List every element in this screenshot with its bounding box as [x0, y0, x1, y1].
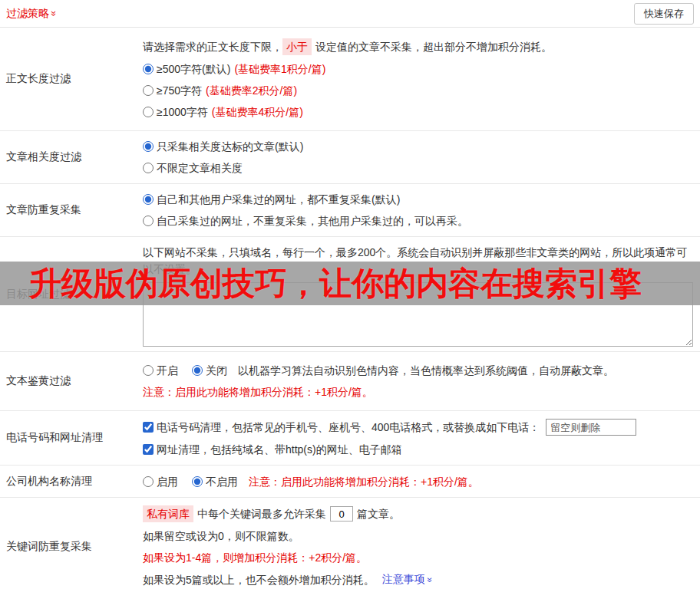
- content-length-option-750: ≥750字符 (基础费率2积分/篇): [143, 80, 694, 101]
- double-chevron-down-icon: »: [48, 10, 60, 15]
- keyword-dedup-line2: 如果留空或设为0，则不限篇数。: [143, 525, 694, 547]
- company-cleanup-radio-on[interactable]: [143, 476, 154, 487]
- option-label: 不启用: [206, 474, 238, 489]
- target-url-desc: 以下网站不采集，只填域名，每行一个，最多200个。系统会自动识别并屏蔽那些非文章…: [143, 242, 694, 279]
- article-dedup-label: 文章防重复采集: [0, 184, 137, 236]
- phone-cleanup-checkbox[interactable]: [143, 422, 154, 433]
- company-cleanup-cost-note: 注意：启用此功能将增加积分消耗：+1积分/篇。: [249, 474, 479, 489]
- phone-cleanup-option: 电话号码清理，包括常见的手机号、座机号、400电话格式，或替换成如下电话：: [143, 416, 694, 439]
- dedup-radio-all-users[interactable]: [143, 194, 154, 205]
- keyword-dedup-line4: 如果设为5篇或以上，也不会额外增加积分消耗。 注意事项»: [143, 568, 694, 589]
- option-label: ≥750字符: [157, 83, 202, 98]
- desc-highlight-less-than: 小于: [282, 38, 312, 55]
- porn-filter-radio-off[interactable]: [192, 365, 203, 376]
- desc-text-pre: 请选择需求的正文长度下限，: [143, 39, 282, 54]
- option-fee: (基础费率2积分/篇): [206, 83, 297, 98]
- article-dedup-content: 自己和其他用户采集过的网址，都不重复采集(默认) 自己采集过的网址，不重复采集，…: [137, 184, 700, 236]
- target-url-filter-content: 以下网站不采集，只填域名，每行一个，最多200个。系统会自动识别并屏蔽那些非文章…: [137, 237, 700, 351]
- max-articles-count-input[interactable]: [330, 506, 353, 522]
- page-title[interactable]: 过滤策略»: [6, 7, 57, 21]
- double-chevron-down-icon: »: [422, 577, 438, 583]
- option-label: 不限定文章相关度: [157, 160, 243, 176]
- phone-url-cleanup-content: 电话号码清理，包括常见的手机号、座机号、400电话格式，或替换成如下电话： 网址…: [137, 411, 700, 465]
- company-cleanup-label: 公司机构名称清理: [0, 466, 137, 497]
- company-cleanup-radio-off[interactable]: [192, 476, 203, 487]
- page-title-text: 过滤策略: [6, 7, 49, 19]
- option-label: 只采集相关度达标的文章(默认): [157, 139, 303, 154]
- notes-link-text: 注意事项: [382, 573, 425, 585]
- target-url-blacklist-textarea[interactable]: [143, 282, 693, 347]
- content-length-desc: 请选择需求的正文长度下限， 小于 设定值的文章不采集，超出部分不增加积分消耗。: [143, 35, 694, 58]
- section-phone-url-cleanup: 电话号码和网址清理 电话号码清理，包括常见的手机号、座机号、400电话格式，或替…: [0, 411, 700, 466]
- content-length-radio-750[interactable]: [143, 85, 154, 96]
- section-target-url-filter: 目标网址过滤 以下网站不采集，只填域名，每行一个，最多200个。系统会自动识别并…: [0, 237, 700, 352]
- option-label: ≥1000字符: [157, 104, 208, 120]
- relevance-option-qualified: 只采集相关度达标的文章(默认): [143, 136, 694, 157]
- option-label: ≥500字符(默认): [157, 61, 230, 77]
- option-label: 关闭: [206, 363, 227, 378]
- replacement-phone-input[interactable]: [546, 419, 636, 436]
- relevance-filter-label: 文章相关度过滤: [0, 131, 137, 183]
- porn-filter-desc: 以机器学习算法自动识别色情内容，当色情概率达到系统阈值，自动屏蔽文章。: [238, 363, 614, 378]
- dedup-radio-self-only[interactable]: [143, 216, 154, 226]
- porn-filter-radio-on[interactable]: [143, 365, 154, 376]
- company-cleanup-options: 启用 不启用 注意：启用此功能将增加积分消耗：+1积分/篇。: [143, 471, 694, 492]
- url-cleanup-checkbox[interactable]: [143, 444, 154, 455]
- option-label: 开启: [157, 363, 178, 378]
- content-length-option-500: ≥500字符(默认) (基础费率1积分/篇): [143, 58, 694, 80]
- page-header: 过滤策略» 快速保存: [0, 0, 700, 28]
- porn-filter-content: 开启 关闭 以机器学习算法自动识别色情内容，当色情概率达到系统阈值，自动屏蔽文章…: [137, 352, 700, 410]
- option-fee: (基础费率1积分/篇): [234, 61, 325, 77]
- option-label: 电话号码清理，包括常见的手机号、座机号、400电话格式，或替换成如下电话：: [157, 420, 540, 435]
- option-label: 启用: [157, 474, 178, 489]
- target-url-filter-label: 目标网址过滤: [0, 237, 137, 351]
- phone-url-cleanup-label: 电话号码和网址清理: [0, 411, 137, 465]
- content-length-filter-content: 请选择需求的正文长度下限， 小于 设定值的文章不采集，超出部分不增加积分消耗。 …: [137, 28, 700, 130]
- relevance-radio-unlimited[interactable]: [143, 163, 154, 173]
- content-length-option-1000: ≥1000字符 (基础费率4积分/篇): [143, 101, 694, 123]
- company-cleanup-content: 启用 不启用 注意：启用此功能将增加积分消耗：+1积分/篇。: [137, 466, 700, 497]
- line1-text: 中每个关键词最多允许采集: [197, 506, 326, 522]
- content-length-radio-1000[interactable]: [143, 107, 154, 117]
- line1-text-post: 篇文章。: [357, 506, 400, 522]
- porn-filter-cost-note: 注意：启用此功能将增加积分消耗：+1积分/篇。: [143, 381, 694, 403]
- relevance-filter-content: 只采集相关度达标的文章(默认) 不限定文章相关度: [137, 131, 700, 183]
- section-article-dedup: 文章防重复采集 自己和其他用户采集过的网址，都不重复采集(默认) 自己采集过的网…: [0, 184, 700, 237]
- dedup-option-self-only: 自己采集过的网址，不重复采集，其他用户采集过的，可以再采。: [143, 210, 694, 232]
- porn-filter-options: 开启 关闭 以机器学习算法自动识别色情内容，当色情概率达到系统阈值，自动屏蔽文章…: [143, 360, 694, 381]
- keyword-dedup-label: 关键词防重复采集: [0, 498, 137, 589]
- option-label: 网址清理，包括纯域名、带http(s)的网址、电子邮箱: [157, 442, 402, 457]
- quick-save-button[interactable]: 快速保存: [634, 3, 694, 25]
- private-lexicon-highlight: 私有词库: [143, 505, 193, 522]
- porn-filter-label: 文本鉴黄过滤: [0, 352, 137, 410]
- section-keyword-dedup: 关键词防重复采集 私有词库 中每个关键词最多允许采集 篇文章。 如果留空或设为0…: [0, 498, 700, 589]
- section-content-length-filter: 正文长度过滤 请选择需求的正文长度下限， 小于 设定值的文章不采集，超出部分不增…: [0, 28, 700, 131]
- notes-link[interactable]: 注意事项»: [382, 571, 433, 587]
- keyword-dedup-cost-note: 如果设为1-4篇，则增加积分消耗：+2积分/篇。: [143, 547, 694, 568]
- option-fee: (基础费率4积分/篇): [212, 104, 303, 120]
- line4-text: 如果设为5篇或以上，也不会额外增加积分消耗。: [143, 572, 375, 587]
- dedup-option-all-users: 自己和其他用户采集过的网址，都不重复采集(默认): [143, 189, 694, 210]
- keyword-dedup-content: 私有词库 中每个关键词最多允许采集 篇文章。 如果留空或设为0，则不限篇数。 如…: [137, 498, 700, 589]
- content-length-radio-500[interactable]: [143, 64, 154, 74]
- section-company-name-cleanup: 公司机构名称清理 启用 不启用 注意：启用此功能将增加积分消耗：+1积分/篇。: [0, 466, 700, 498]
- section-relevance-filter: 文章相关度过滤 只采集相关度达标的文章(默认) 不限定文章相关度: [0, 131, 700, 184]
- content-length-filter-label: 正文长度过滤: [0, 28, 137, 130]
- keyword-dedup-line1: 私有词库 中每个关键词最多允许采集 篇文章。: [143, 502, 694, 525]
- desc-text-post: 设定值的文章不采集，超出部分不增加积分消耗。: [315, 39, 552, 54]
- option-label: 自己采集过的网址，不重复采集，其他用户采集过的，可以再采。: [157, 213, 468, 229]
- relevance-radio-qualified[interactable]: [143, 141, 154, 152]
- section-porn-filter: 文本鉴黄过滤 开启 关闭 以机器学习算法自动识别色情内容，当色情概率达到系统阈值…: [0, 352, 700, 411]
- option-label: 自己和其他用户采集过的网址，都不重复采集(默认): [157, 192, 400, 207]
- relevance-option-unlimited: 不限定文章相关度: [143, 157, 694, 179]
- url-cleanup-option: 网址清理，包括纯域名、带http(s)的网址、电子邮箱: [143, 439, 694, 460]
